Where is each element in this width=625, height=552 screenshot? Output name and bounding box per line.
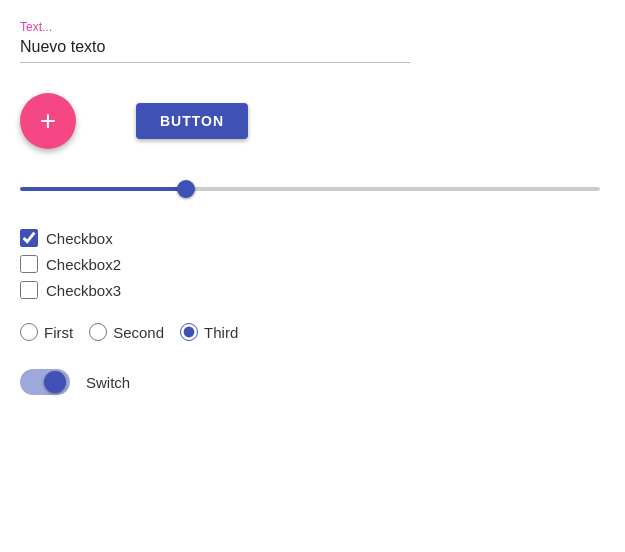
main-button[interactable]: BUTTON xyxy=(136,103,248,139)
radio-third-input[interactable] xyxy=(180,323,198,341)
switch-section: Switch xyxy=(20,369,605,395)
radio-section: First Second Third xyxy=(20,323,605,341)
slider-section xyxy=(20,179,600,199)
checkbox-2-input[interactable] xyxy=(20,255,38,273)
radio-first-label: First xyxy=(44,324,73,341)
radio-third-label: Third xyxy=(204,324,238,341)
checkbox-2-label: Checkbox2 xyxy=(46,256,121,273)
radio-item-second[interactable]: Second xyxy=(89,323,164,341)
radio-second-label: Second xyxy=(113,324,164,341)
switch-toggle[interactable] xyxy=(20,369,70,395)
text-field-value: Nuevo texto xyxy=(20,38,410,63)
text-field-label: Text... xyxy=(20,20,410,34)
slider-track xyxy=(20,179,600,199)
checkbox-3-label: Checkbox3 xyxy=(46,282,121,299)
fab-button[interactable]: + xyxy=(20,93,76,149)
checkbox-item-1[interactable]: Checkbox xyxy=(20,229,605,247)
checkbox-1-input[interactable] xyxy=(20,229,38,247)
checkbox-3-input[interactable] xyxy=(20,281,38,299)
checkbox-item-3[interactable]: Checkbox3 xyxy=(20,281,605,299)
radio-item-third[interactable]: Third xyxy=(180,323,238,341)
button-row: + BUTTON xyxy=(20,93,605,149)
checkbox-section: Checkbox Checkbox2 Checkbox3 xyxy=(20,229,605,299)
checkbox-1-label: Checkbox xyxy=(46,230,113,247)
slider-input[interactable] xyxy=(20,187,600,191)
plus-icon: + xyxy=(40,107,56,135)
switch-slider xyxy=(20,369,70,395)
radio-first-input[interactable] xyxy=(20,323,38,341)
radio-item-first[interactable]: First xyxy=(20,323,73,341)
text-field-section: Text... Nuevo texto xyxy=(20,20,410,63)
switch-label: Switch xyxy=(86,374,130,391)
radio-second-input[interactable] xyxy=(89,323,107,341)
checkbox-item-2[interactable]: Checkbox2 xyxy=(20,255,605,273)
